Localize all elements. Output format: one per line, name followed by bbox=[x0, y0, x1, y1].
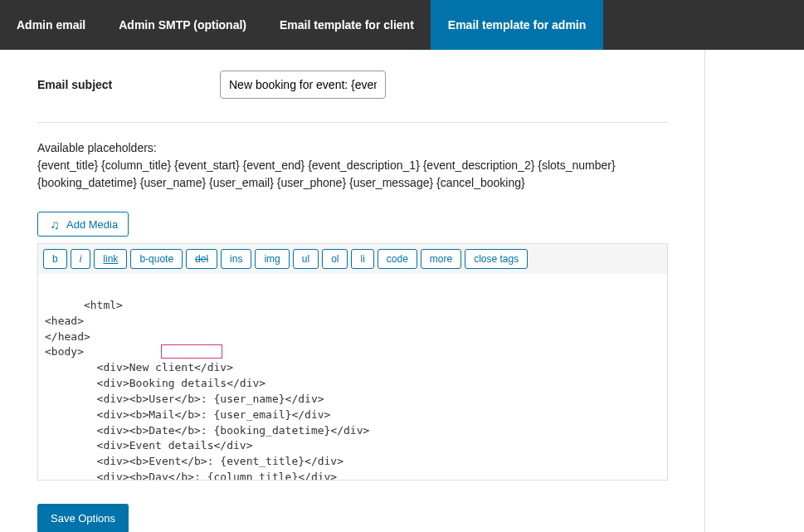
editor-content: <html> <head> </head> <body> <div>New cl… bbox=[45, 299, 428, 480]
highlight-box bbox=[161, 344, 222, 359]
placeholders-list: {event_title} {column_title} {event_star… bbox=[37, 157, 668, 192]
save-options-button[interactable]: Save Options bbox=[37, 504, 129, 532]
content-area: Email subject Available placeholders: {e… bbox=[0, 50, 705, 532]
add-media-label: Add Media bbox=[66, 218, 118, 231]
tabs-bar: Admin email Admin SMTP (optional) Email … bbox=[0, 0, 804, 50]
subject-input[interactable] bbox=[220, 71, 386, 99]
toolbar-code[interactable]: code bbox=[378, 249, 417, 269]
media-icon bbox=[48, 217, 61, 231]
subject-row: Email subject bbox=[37, 71, 668, 123]
tab-admin-email[interactable]: Admin email bbox=[0, 0, 102, 50]
toolbar-img[interactable]: img bbox=[255, 249, 289, 269]
tab-admin-smtp[interactable]: Admin SMTP (optional) bbox=[102, 0, 263, 50]
subject-label: Email subject bbox=[37, 78, 220, 91]
toolbar-del[interactable]: del bbox=[186, 249, 217, 269]
editor-textarea[interactable]: <html> <head> </head> <body> <div>New cl… bbox=[38, 274, 667, 480]
toolbar-bold[interactable]: b bbox=[43, 249, 67, 269]
placeholders-title: Available placeholders: bbox=[37, 139, 668, 157]
toolbar-ul[interactable]: ul bbox=[293, 249, 319, 269]
placeholders-block: Available placeholders: {event_title} {c… bbox=[37, 123, 668, 212]
toolbar-li[interactable]: li bbox=[351, 249, 373, 269]
toolbar-more[interactable]: more bbox=[421, 249, 461, 269]
editor-toolbar: b i link b-quote del ins img ul ol li co… bbox=[38, 244, 667, 274]
editor-wrap: b i link b-quote del ins img ul ol li co… bbox=[37, 243, 668, 481]
toolbar-ins[interactable]: ins bbox=[221, 249, 251, 269]
tab-email-template-client[interactable]: Email template for client bbox=[263, 0, 431, 50]
toolbar-close-tags[interactable]: close tags bbox=[465, 249, 528, 269]
tab-email-template-admin[interactable]: Email template for admin bbox=[431, 0, 603, 50]
right-border bbox=[704, 50, 705, 532]
toolbar-bquote[interactable]: b-quote bbox=[130, 249, 183, 269]
toolbar-ol[interactable]: ol bbox=[322, 249, 348, 269]
add-media-button[interactable]: Add Media bbox=[37, 212, 129, 237]
toolbar-italic[interactable]: i bbox=[71, 249, 91, 269]
toolbar-link[interactable]: link bbox=[94, 249, 127, 269]
